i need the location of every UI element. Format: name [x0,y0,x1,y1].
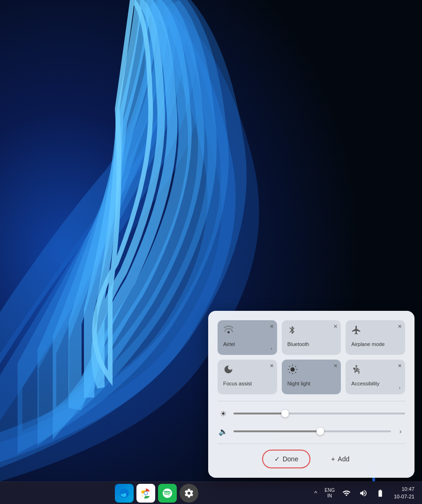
desktop: ✕ › Airtel ✕ [0,0,422,504]
bluetooth-icon [287,325,297,338]
wifi-tile[interactable]: ✕ › Airtel [218,320,277,355]
tray-network-icon[interactable] [339,487,354,499]
taskbar-right: ^ ENG IN [311,485,422,501]
language-indicator[interactable]: ENG IN [323,487,337,500]
done-button[interactable]: ✓ Done [262,450,310,468]
lang-line1: ENG [324,488,335,493]
focus-icon [223,364,234,377]
quick-settings-grid-1: ✕ › Airtel ✕ [218,320,405,394]
volume-arrow-icon[interactable]: › [396,428,405,435]
focus-assist-tile[interactable]: ✕ Focus assist [218,360,277,394]
accessibility-pin-icon[interactable]: ✕ [398,363,402,369]
divider-1 [218,401,405,401]
brightness-track [234,413,405,414]
accessibility-expand-icon[interactable]: › [399,385,400,391]
svg-point-14 [144,492,147,495]
accessibility-tile[interactable]: ✕ › Accessibility [346,360,405,394]
accessibility-label: Accessibility [351,381,379,386]
airplane-tile[interactable]: ✕ Airplane mode [346,320,405,355]
taskbar-center [115,484,198,503]
accessibility-icon [351,364,362,377]
svg-line-9 [289,372,290,373]
lang-line2: IN [327,493,332,499]
taskbar-settings-icon[interactable] [180,484,198,503]
svg-point-1 [227,331,230,333]
wifi-expand-icon[interactable]: › [271,346,272,351]
airplane-pin-icon[interactable]: ✕ [398,323,402,330]
taskbar-chrome-icon[interactable] [136,484,155,503]
taskbar-spotify-icon[interactable] [158,484,177,503]
brightness-slider[interactable] [234,409,405,418]
night-light-pin-icon[interactable]: ✕ [333,363,338,369]
airplane-icon [351,325,362,338]
time-display: 10:47 [401,486,414,493]
wifi-tile-content: › [223,325,271,340]
bluetooth-pin-icon[interactable]: ✕ [333,323,338,330]
wifi-pin-icon[interactable]: ✕ [270,323,274,330]
svg-line-6 [295,372,295,373]
wifi-icon [223,325,234,338]
divider-2 [218,444,405,444]
volume-row: 🔈 › [218,425,405,438]
tray-volume-icon[interactable] [356,487,370,499]
date-display: 10-07-21 [394,493,414,500]
brightness-icon: ☀ [218,409,229,418]
add-plus-icon: + [331,455,335,463]
night-light-label: Night light [287,381,310,386]
volume-track [234,430,391,432]
add-button[interactable]: + Add [320,451,361,467]
svg-point-11 [355,365,357,367]
clock-display[interactable]: 10:47 10-07-21 [390,485,418,501]
focus-assist-label: Focus assist [223,381,252,386]
volume-icon: 🔈 [218,427,229,436]
volume-slider[interactable] [234,427,391,436]
bluetooth-label: Bluetooth [287,341,309,347]
svg-line-5 [289,366,290,367]
volume-thumb[interactable] [316,428,324,435]
volume-fill [234,430,320,432]
bluetooth-tile[interactable]: ✕ Bluetooth [282,320,341,355]
focus-pin-icon[interactable]: ✕ [270,363,274,369]
done-check-icon: ✓ [274,455,280,463]
tray-chevron-up[interactable]: ^ [311,488,320,498]
taskbar: ^ ENG IN [0,481,422,504]
wifi-label: Airtel [223,341,235,347]
taskbar-edge-icon[interactable] [115,484,134,503]
svg-point-2 [290,367,294,371]
done-label: Done [283,455,298,463]
night-light-tile[interactable]: ✕ Night light [282,360,341,394]
quick-settings-panel: ✕ › Airtel ✕ [208,311,414,478]
brightness-thumb[interactable] [281,410,289,417]
chevron-up-icon: ^ [314,489,317,496]
brightness-fill [234,413,285,414]
quick-settings-actions: ✓ Done + Add [218,450,405,468]
svg-line-10 [295,366,295,367]
night-light-icon [287,364,298,377]
brightness-row: ☀ [218,407,405,420]
airplane-label: Airplane mode [351,341,384,347]
add-label: Add [338,455,349,463]
tray-battery-icon[interactable] [373,487,387,499]
